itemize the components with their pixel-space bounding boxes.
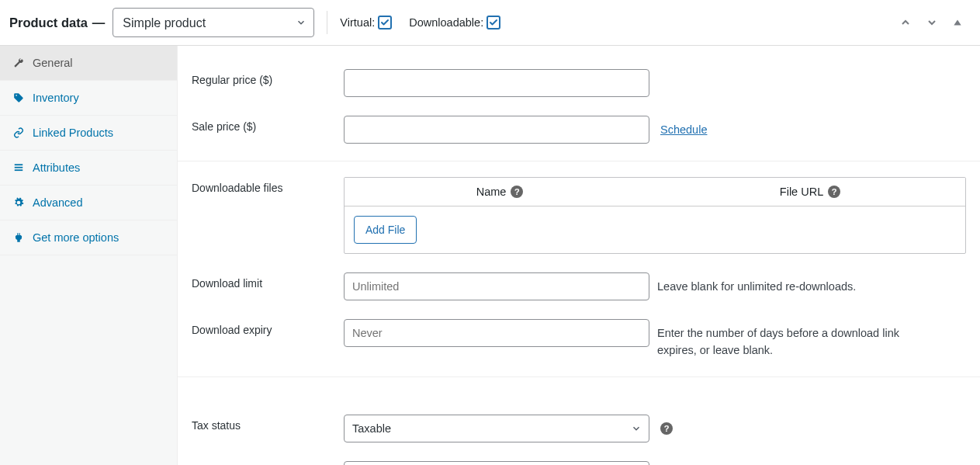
tax-class-select[interactable]: Standard (344, 461, 649, 465)
checkbox-icon (378, 16, 392, 29)
sidebar-item-advanced[interactable]: Advanced (0, 186, 177, 220)
link-icon (12, 127, 25, 138)
list-icon (12, 162, 25, 173)
download-expiry-input[interactable] (344, 319, 649, 347)
wrench-icon (12, 57, 25, 68)
sidebar: General Inventory Linked Products Attrib… (0, 46, 178, 465)
label-download-limit: Download limit (192, 272, 336, 290)
move-up-icon[interactable] (899, 16, 912, 29)
files-col-name: Name ? (345, 178, 655, 206)
row-regular-price: Regular price ($) (178, 60, 980, 106)
sidebar-item-label: Attributes (33, 161, 80, 174)
main-area: General Inventory Linked Products Attrib… (0, 46, 980, 465)
panel-dash: — (92, 16, 106, 30)
downloadable-files-table: Name ? File URL ? Add File (344, 177, 966, 254)
help-icon[interactable]: ? (511, 186, 523, 198)
svg-rect-1 (15, 164, 23, 165)
col-url-label: File URL (780, 186, 823, 198)
sidebar-item-label: Linked Products (33, 127, 113, 139)
row-tax-class: Tax class Standard ? (178, 452, 980, 465)
row-downloadable-files: Downloadable files Name ? File URL ? Add… (178, 168, 980, 263)
move-down-icon[interactable] (926, 16, 938, 29)
product-type-select[interactable]: Simple product (113, 8, 314, 37)
content-panel: Regular price ($) Sale price ($) Schedul… (178, 46, 980, 465)
tax-status-select[interactable]: Taxable (344, 415, 649, 442)
sidebar-item-general[interactable]: General (0, 46, 177, 81)
label-tax-status: Tax status (192, 415, 336, 432)
sidebar-item-label: Advanced (33, 196, 83, 209)
panel-controls (899, 16, 971, 29)
sidebar-item-more-options[interactable]: Get more options (0, 220, 177, 255)
col-name-label: Name (476, 186, 507, 198)
download-limit-input[interactable] (344, 272, 649, 300)
panel-header: Product data — Simple product Virtual: D… (0, 0, 980, 46)
svg-marker-0 (954, 20, 961, 26)
virtual-label: Virtual: (340, 16, 375, 29)
files-table-head: Name ? File URL ? (345, 178, 965, 206)
schedule-link[interactable]: Schedule (660, 123, 707, 136)
sidebar-item-inventory[interactable]: Inventory (0, 81, 177, 116)
regular-price-input[interactable] (344, 69, 649, 97)
files-table-body: Add File (345, 206, 965, 253)
svg-rect-2 (15, 167, 23, 168)
help-icon[interactable]: ? (660, 422, 673, 435)
row-download-expiry: Download expiry Enter the number of days… (178, 310, 980, 369)
tag-icon (12, 92, 25, 103)
svg-rect-3 (15, 169, 23, 171)
download-expiry-help: Enter the number of days before a downlo… (657, 319, 929, 359)
sidebar-item-label: Inventory (33, 92, 79, 104)
checkbox-icon (487, 16, 500, 29)
label-tax-class: Tax class (192, 461, 336, 465)
downloadable-toggle[interactable]: Downloadable: (409, 16, 500, 29)
plug-icon (12, 232, 25, 243)
label-sale-price: Sale price ($) (192, 116, 336, 133)
section-divider (178, 161, 980, 161)
section-divider (178, 377, 980, 377)
label-downloadable-files: Downloadable files (192, 177, 336, 194)
files-col-url: File URL ? (655, 178, 965, 206)
row-tax-status: Tax status Taxable ? (178, 405, 980, 452)
download-limit-help: Leave blank for unlimited re-downloads. (657, 272, 856, 295)
toggle-panel-icon[interactable] (952, 17, 963, 28)
help-icon[interactable]: ? (828, 186, 840, 198)
sidebar-item-label: General (33, 57, 73, 69)
sale-price-input[interactable] (344, 116, 649, 144)
downloadable-label: Downloadable: (409, 16, 483, 29)
label-download-expiry: Download expiry (192, 319, 336, 336)
vertical-divider (327, 11, 327, 34)
panel-title: Product data (9, 16, 88, 30)
label-regular-price: Regular price ($) (192, 69, 336, 86)
row-sale-price: Sale price ($) Schedule (178, 106, 980, 153)
sidebar-item-label: Get more options (33, 231, 119, 244)
sidebar-item-linked[interactable]: Linked Products (0, 116, 177, 151)
add-file-button[interactable]: Add File (354, 216, 417, 244)
sidebar-item-attributes[interactable]: Attributes (0, 151, 177, 186)
gear-icon (12, 197, 25, 208)
virtual-toggle[interactable]: Virtual: (340, 16, 392, 29)
row-download-limit: Download limit Leave blank for unlimited… (178, 263, 980, 310)
